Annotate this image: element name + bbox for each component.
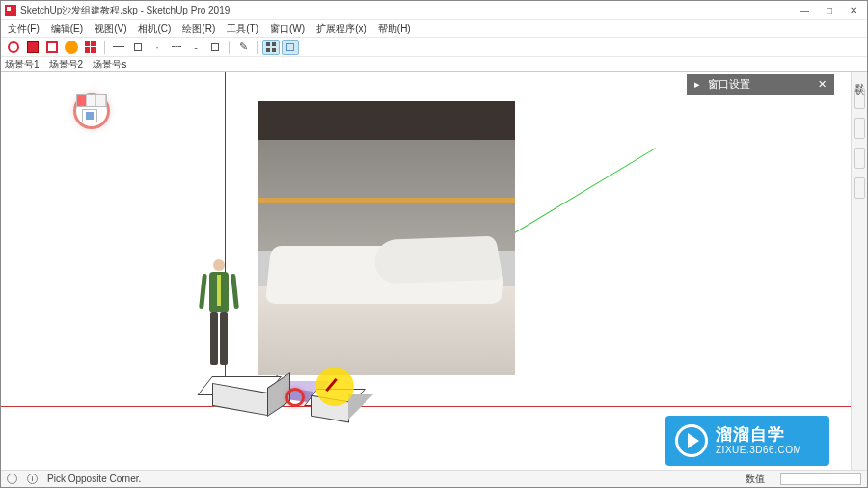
annotation-circle-endpoint: [285, 388, 305, 407]
scene-tabs: 场景号1 场景号2 场景号s: [1, 57, 867, 72]
statusbar: i Pick Opposite Corner. 数值: [1, 470, 867, 487]
floating-mini-icon[interactable]: [82, 109, 97, 122]
main-area: ▸ 窗口设置 ✕ 溜溜自学 ZIXUE.3D66.COM 默 认: [1, 72, 867, 472]
menu-extensions[interactable]: 扩展程序(x): [313, 21, 369, 37]
watermark-text-url: ZIXUE.3D66.COM: [716, 445, 801, 455]
menu-camera[interactable]: 相机(C): [135, 21, 174, 37]
tool-icon-5[interactable]: [82, 40, 99, 55]
scene-tab-3[interactable]: 场景号s: [93, 58, 126, 71]
tray-slot-4[interactable]: [854, 177, 865, 199]
floating-mini-toolbar[interactable]: [76, 94, 107, 107]
tool-icon-2[interactable]: [24, 40, 41, 55]
tool-icon-rect[interactable]: [129, 40, 147, 55]
tray-panel-header[interactable]: ▸ 窗口设置 ✕: [687, 74, 834, 95]
viewport-3d[interactable]: ▸ 窗口设置 ✕ 溜溜自学 ZIXUE.3D66.COM: [1, 72, 851, 472]
window-maximize-button[interactable]: □: [827, 5, 832, 15]
tool-icon-line[interactable]: [110, 40, 127, 55]
reference-photo: [258, 101, 515, 375]
watermark-badge: 溜溜自学 ZIXUE.3D66.COM: [665, 416, 829, 466]
menu-edit[interactable]: 编辑(E): [48, 21, 86, 37]
titlebar: SketchUp沙发组建教程.skp - SketchUp Pro 2019 —…: [1, 1, 867, 20]
window-close-button[interactable]: ✕: [850, 5, 857, 15]
play-icon: [675, 424, 708, 457]
tool-icon-1[interactable]: [5, 40, 22, 55]
app-icon: [5, 5, 16, 16]
pushpull-cursor-icon: [325, 378, 338, 392]
menu-help[interactable]: 帮助(H): [375, 21, 414, 37]
axis-red: [1, 406, 851, 407]
toolbar-separator-3: [257, 41, 258, 54]
menu-file[interactable]: 文件(F): [5, 21, 42, 37]
status-icon-geo[interactable]: [7, 474, 17, 484]
menu-window[interactable]: 窗口(W): [267, 21, 308, 37]
tray-collapse-icon[interactable]: ▸: [687, 78, 708, 91]
tool-icon-dash[interactable]: [168, 40, 185, 55]
tray-panel-title: 窗口设置: [708, 77, 810, 92]
scale-figure: [203, 259, 234, 370]
menu-view[interactable]: 视图(V): [92, 21, 129, 37]
tray-slot-3[interactable]: [854, 148, 865, 169]
status-message: Pick Opposite Corner.: [47, 474, 730, 484]
window-title: SketchUp沙发组建教程.skp - SketchUp Pro 2019: [20, 4, 800, 17]
menu-draw[interactable]: 绘图(R): [179, 21, 218, 37]
toolbar-separator-2: [229, 41, 230, 54]
tool-icon-3[interactable]: [43, 40, 61, 55]
watermark-text-cn: 溜溜自学: [716, 426, 801, 445]
status-icon-info[interactable]: i: [27, 474, 38, 484]
tray-slot-2[interactable]: [854, 118, 865, 139]
tool-icon-pencil[interactable]: ✎: [234, 40, 252, 55]
menubar: 文件(F) 编辑(E) 视图(V) 相机(C) 绘图(R) 工具(T) 窗口(W…: [1, 20, 867, 38]
tray-close-button[interactable]: ✕: [810, 78, 834, 91]
window-minimize-button[interactable]: —: [800, 5, 809, 15]
toolbar-main: · - ✎: [1, 38, 867, 57]
toolbar-separator: [104, 41, 105, 54]
scene-tab-2[interactable]: 场景号2: [49, 58, 84, 71]
tool-icon-square2[interactable]: [206, 40, 224, 55]
annotation-cursor-highlight: [315, 367, 354, 406]
tool-icon-view-a[interactable]: [262, 40, 280, 55]
tool-icon-minus[interactable]: -: [187, 40, 204, 55]
tool-icon-4[interactable]: [63, 40, 80, 55]
tool-icon-view-b[interactable]: [282, 40, 299, 55]
menu-tools[interactable]: 工具(T): [224, 21, 261, 37]
tool-icon-dot[interactable]: ·: [149, 40, 166, 55]
scene-tab-1[interactable]: 场景号1: [5, 58, 40, 71]
tray-slot-1[interactable]: [854, 88, 865, 109]
measurement-label: 数值: [740, 473, 771, 486]
right-tray-strip[interactable]: 默 认: [851, 72, 867, 472]
measurement-input[interactable]: [780, 473, 861, 485]
